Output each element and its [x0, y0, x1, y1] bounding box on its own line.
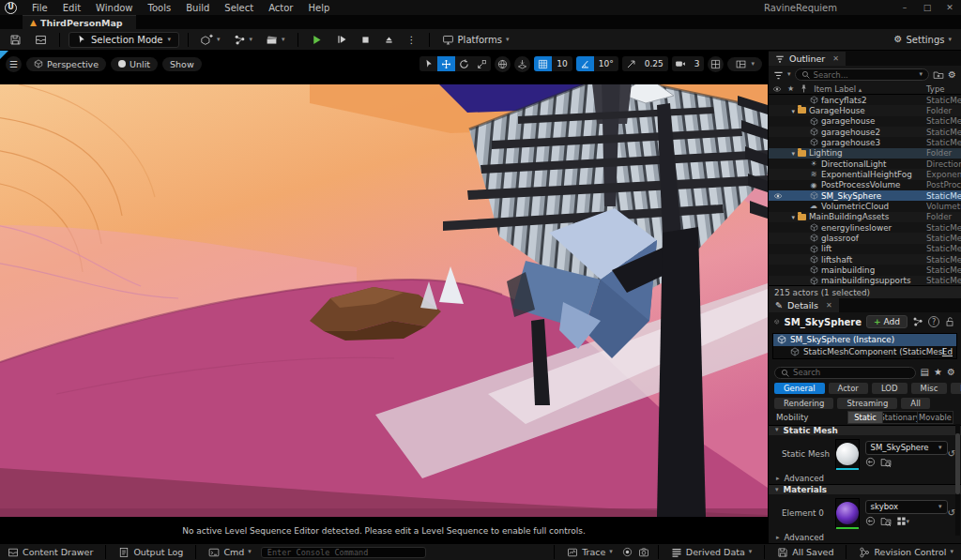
all-saved-button[interactable]: All Saved: [773, 547, 837, 558]
outliner-row-MainBuildingAssets[interactable]: ▾MainBuildingAssetsFolder: [769, 212, 961, 222]
outliner-row-garagehouse[interactable]: garagehouseStaticMeshA: [769, 116, 961, 127]
content-browser-button[interactable]: [31, 32, 51, 48]
settings-dropdown[interactable]: ⚙Settings▾: [891, 33, 956, 47]
eject-button[interactable]: [380, 33, 398, 47]
output-log-button[interactable]: Output Log: [114, 547, 187, 558]
materials-section-header[interactable]: ▾ Materials: [769, 484, 961, 495]
materials-advanced-row[interactable]: ▸ Advanced: [769, 532, 961, 543]
favorites-star-icon[interactable]: ★: [934, 368, 942, 377]
outliner-row-garagehouse3[interactable]: garagehouse3StaticMeshA: [769, 137, 961, 147]
material-options-icon[interactable]: ▾: [896, 516, 910, 526]
mobility-static[interactable]: Static: [848, 412, 883, 423]
category-general[interactable]: General: [774, 383, 825, 394]
outliner-row-lift[interactable]: liftStaticMeshA: [769, 244, 961, 254]
lock-icon[interactable]: [944, 316, 955, 327]
maximize-viewport-button[interactable]: [708, 56, 724, 72]
static-mesh-combo[interactable]: SM_SkySphere ▾: [865, 441, 948, 455]
outliner-row-energylineslower[interactable]: energylineslowerStaticMeshA: [769, 222, 961, 233]
outliner-row-GarageHouse[interactable]: ▾GarageHouseFolder: [769, 105, 961, 115]
outliner-settings-gear-icon[interactable]: ⚙: [948, 70, 956, 80]
category-misc[interactable]: Misc: [911, 383, 948, 394]
menu-build[interactable]: Build: [178, 3, 217, 13]
rotate-tool-button[interactable]: [455, 56, 473, 71]
category-streaming[interactable]: Streaming: [837, 398, 897, 409]
menu-edit[interactable]: Edit: [55, 3, 88, 13]
outliner-row-garagehouse2[interactable]: garagehouse2StaticMeshA: [769, 127, 961, 137]
outliner-row-VolumetricCloud[interactable]: ☁VolumetricCloudVolumetricCl: [769, 201, 961, 211]
blueprint-icon[interactable]: [912, 316, 923, 327]
maximize-button[interactable]: □: [916, 2, 938, 13]
trace-dropdown[interactable]: Trace▾: [563, 547, 617, 558]
outliner-search[interactable]: ▾: [795, 68, 930, 81]
surface-snapping-button[interactable]: [514, 56, 530, 72]
close-button[interactable]: ✕: [938, 2, 961, 13]
stop-button[interactable]: [357, 33, 374, 47]
component-row-instance[interactable]: SM_SkySphere (Instance): [773, 334, 956, 346]
details-search-input[interactable]: [793, 368, 909, 377]
platforms-dropdown[interactable]: Platforms▾: [438, 32, 513, 48]
chevron-down-icon[interactable]: ▾: [787, 71, 791, 78]
tab-thirdpersonmap[interactable]: ▲ ThirdPersonMap: [23, 15, 136, 29]
save-button[interactable]: [6, 32, 25, 48]
category-rendering[interactable]: Rendering: [774, 398, 833, 409]
scale-snap-toggle[interactable]: [622, 56, 640, 71]
reset-to-default-icon[interactable]: ↺: [948, 508, 955, 518]
category-all[interactable]: All: [901, 398, 930, 409]
use-selected-asset-icon[interactable]: [865, 516, 876, 526]
outliner-row-ExponentialHeightFog[interactable]: ≋ExponentialHeightFogExponentialH: [769, 169, 961, 179]
add-actor-button[interactable]: ▾: [197, 32, 224, 48]
selection-mode-dropdown[interactable]: Selection Mode ▾: [69, 32, 179, 48]
edit-link[interactable]: Ed: [942, 347, 953, 356]
scale-snap-value[interactable]: 0.25: [640, 59, 668, 68]
outliner-row-mainbuildingsupports[interactable]: mainbuildingsupportsStaticMeshA: [769, 276, 961, 285]
blueprints-button[interactable]: ▾: [230, 32, 257, 48]
item-label-column[interactable]: Item Label ▴: [814, 84, 862, 94]
console-command-input[interactable]: [267, 548, 419, 557]
details-search[interactable]: [774, 367, 916, 379]
category-physics[interactable]: Physics: [951, 383, 961, 394]
browse-to-asset-icon[interactable]: [880, 516, 892, 527]
world-local-toggle[interactable]: [495, 56, 511, 72]
use-selected-asset-icon[interactable]: [865, 457, 876, 467]
details-scrollbar[interactable]: [955, 424, 960, 536]
pin-column-star-icon[interactable]: ★: [787, 85, 794, 93]
console-command-box[interactable]: [261, 547, 426, 558]
outliner-row-mainbuilding[interactable]: mainbuildingStaticMeshA: [769, 265, 961, 275]
viewport-layout-dropdown[interactable]: ▾: [727, 57, 762, 71]
expander-icon[interactable]: ▾: [791, 108, 795, 115]
outliner-row-Lighting[interactable]: ▾LightingFolder: [769, 148, 961, 159]
close-icon[interactable]: ✕: [826, 301, 832, 310]
menu-window[interactable]: Window: [88, 3, 140, 13]
type-column[interactable]: Type: [926, 84, 945, 94]
derived-data-dropdown[interactable]: Derived Data▾: [667, 547, 755, 558]
outliner-search-input[interactable]: [814, 70, 916, 80]
camera-speed-value[interactable]: 3: [690, 59, 705, 68]
display-options-icon[interactable]: ▤: [921, 368, 929, 377]
content-drawer-button[interactable]: Content Drawer: [4, 547, 97, 558]
outliner-row-fancyflats2[interactable]: fancyflats2StaticMeshA: [769, 95, 961, 105]
outliner-tab[interactable]: Outliner ✕: [769, 52, 846, 66]
expander-icon[interactable]: ▾: [791, 214, 795, 221]
help-icon[interactable]: ?: [928, 316, 939, 327]
details-tab[interactable]: ✎ Details ✕: [769, 298, 839, 312]
camera-speed-icon[interactable]: [672, 56, 690, 71]
menu-actor[interactable]: Actor: [261, 3, 300, 13]
grid-snap-value[interactable]: 10: [552, 59, 572, 68]
reset-to-default-icon[interactable]: ↺: [948, 449, 955, 459]
scale-tool-button[interactable]: [473, 56, 491, 71]
outliner-row-liftshaft[interactable]: liftshaftStaticMeshA: [769, 254, 961, 265]
menu-select[interactable]: Select: [217, 3, 261, 13]
mobility-movable[interactable]: Movable: [918, 412, 953, 423]
category-actor[interactable]: Actor: [829, 383, 868, 394]
material-thumbnail[interactable]: [835, 498, 860, 528]
browse-to-asset-icon[interactable]: [880, 457, 892, 468]
static-mesh-thumbnail[interactable]: [835, 439, 860, 469]
viewport[interactable]: ☰ Perspective Unlit Show 10 10° 0: [0, 51, 768, 543]
view-mode-dropdown[interactable]: Unlit: [111, 57, 158, 71]
filter-icon[interactable]: [773, 68, 784, 83]
grid-snap-toggle[interactable]: [534, 56, 552, 71]
category-lod[interactable]: LOD: [872, 383, 908, 394]
details-settings-gear-icon[interactable]: ⚙: [947, 368, 955, 377]
expander-icon[interactable]: ▾: [791, 150, 795, 158]
frame-skip-button[interactable]: [332, 32, 351, 47]
